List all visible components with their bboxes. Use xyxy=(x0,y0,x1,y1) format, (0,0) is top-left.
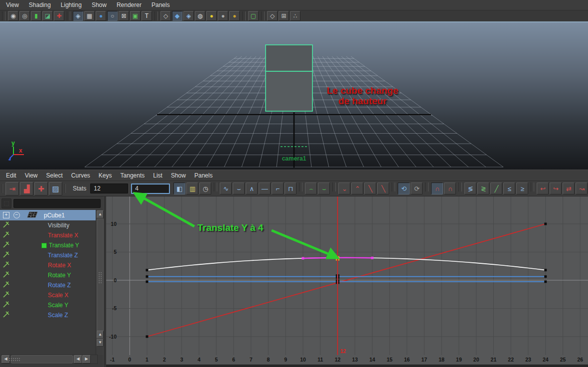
buffer-curve-icon[interactable]: ↝ xyxy=(576,183,588,194)
absolute-view-icon[interactable]: ◧ xyxy=(173,183,185,194)
marquee-select-icon[interactable]: ▢ xyxy=(248,11,259,21)
spline-tangent-icon[interactable]: ∿ xyxy=(220,183,232,194)
channel-row-translate-x[interactable]: Translate X xyxy=(0,230,103,240)
share-nodes-icon[interactable]: ∴ xyxy=(290,11,300,21)
scroll-up-icon[interactable]: ▲ xyxy=(97,210,104,218)
unify-tangents-icon[interactable]: ⌃ xyxy=(351,183,363,194)
snap-magnet-icon[interactable]: ∩ xyxy=(431,183,443,194)
cube-shaded-icon[interactable]: ◆ xyxy=(172,11,182,21)
gold-ball-icon[interactable]: ● xyxy=(229,11,240,21)
channel-row-translate-z[interactable]: Translate Z xyxy=(0,250,103,260)
menu-item-view[interactable]: View xyxy=(5,1,20,8)
pre-infinity-cycle-icon[interactable]: ≶ xyxy=(464,183,476,194)
scroll-thumb[interactable] xyxy=(97,218,104,337)
lattice-deform-keys-icon[interactable]: ▨ xyxy=(49,182,62,195)
menu-item-list[interactable]: List xyxy=(152,172,163,179)
image-plane-icon[interactable]: ◪ xyxy=(42,11,53,21)
channel-horizontal-scrollbar[interactable]: ◀ ◀ ▶ xyxy=(1,355,98,364)
free-tangent-weight-icon[interactable]: ╲ xyxy=(364,183,376,194)
constant-infinity-icon[interactable]: ≤ xyxy=(503,183,515,194)
step-tangent-icon[interactable]: ⌐ xyxy=(272,183,284,194)
cube-wire-icon[interactable]: ◇ xyxy=(160,11,171,21)
menu-item-show[interactable]: Show xyxy=(91,1,108,8)
flat-shade-icon[interactable]: ○ xyxy=(107,11,118,21)
menu-item-edit[interactable]: Edit xyxy=(5,172,17,179)
pan-zoom-icon[interactable]: ✚ xyxy=(54,11,64,21)
pre-infinity-offset-icon[interactable]: ≷ xyxy=(477,183,489,194)
cube-outline-icon[interactable]: ◇ xyxy=(267,11,278,21)
select-camera-icon[interactable]: ◉ xyxy=(8,11,18,21)
channel-search-input[interactable] xyxy=(13,199,101,208)
snap-ruler-icon[interactable]: ∩ xyxy=(444,183,456,194)
menu-item-shading[interactable]: Shading xyxy=(28,1,52,8)
menu-item-lighting[interactable]: Lighting xyxy=(60,1,83,8)
cube-xray-icon[interactable]: ◈ xyxy=(183,11,194,21)
clamped-tangent-icon[interactable]: ⌣ xyxy=(233,183,245,194)
channel-row-scale-x[interactable]: Scale X xyxy=(0,290,103,300)
ease-in-icon[interactable]: ⌢ xyxy=(305,183,317,194)
stats-frame-input[interactable] xyxy=(90,184,128,193)
use-lights-icon[interactable]: ▣ xyxy=(130,11,141,21)
scroll-down-icon[interactable]: ▼ xyxy=(97,339,104,347)
exchange-buffer-icon[interactable]: ⇄ xyxy=(563,183,575,194)
channel-row-translate-y[interactable]: Translate Y xyxy=(0,240,103,250)
channel-row-scale-y[interactable]: Scale Y xyxy=(0,300,103,310)
collapse-all-icon[interactable]: − xyxy=(13,212,20,218)
graph-curve-area[interactable]: 121050-5-10-1012345678910111213141516171… xyxy=(106,196,588,367)
oscillate-icon[interactable]: ⟳ xyxy=(411,183,423,194)
menu-item-renderer[interactable]: Renderer xyxy=(116,1,143,8)
perspective-viewport[interactable]: yx Le cube change de hauteur camera1 xyxy=(0,22,588,170)
menu-item-panels[interactable]: Panels xyxy=(193,172,214,179)
scroll-left2-icon[interactable]: ◀ xyxy=(74,355,82,364)
buffer-snapshot-icon[interactable]: ↩ xyxy=(537,183,549,194)
lock-tangent-weight-icon[interactable]: ╲ xyxy=(377,183,389,194)
multi-pane-icon[interactable]: ⊞ xyxy=(279,11,289,21)
plateau-tangent-icon[interactable]: ⊓ xyxy=(285,183,296,194)
channel-vertical-scrollbar[interactable]: ▲ ▲ ▼ xyxy=(96,210,103,355)
stats-value-input[interactable] xyxy=(131,184,170,194)
film-gate-icon[interactable]: ▦ xyxy=(84,11,95,21)
scroll-up2-icon[interactable]: ▲ xyxy=(97,331,104,339)
yellow-ball-icon[interactable]: ● xyxy=(206,11,217,21)
channel-row-visibility[interactable]: Visibility xyxy=(0,220,103,230)
hscroll-thumb[interactable] xyxy=(11,355,73,364)
expand-all-icon[interactable]: + xyxy=(3,212,9,218)
scroll-right-icon[interactable]: ▶ xyxy=(82,355,91,364)
menu-item-curves[interactable]: Curves xyxy=(70,172,91,179)
channel-row-scale-z[interactable]: Scale Z xyxy=(0,310,103,320)
linear-infinity-icon[interactable]: ╱ xyxy=(490,183,502,194)
bookmark-icon[interactable]: ▮ xyxy=(31,11,41,21)
key-stats-icon[interactable]: ▟ xyxy=(20,182,33,195)
insert-key-icon[interactable]: ✚ xyxy=(34,182,48,195)
linear-tangent-icon[interactable]: ∧ xyxy=(246,183,258,194)
cycle-icon[interactable]: ⟲ xyxy=(398,183,410,194)
menu-item-tangents[interactable]: Tangents xyxy=(120,172,146,179)
ease-out-icon[interactable]: ⌣ xyxy=(318,183,330,194)
textured-mode-icon[interactable]: ⊠ xyxy=(119,11,129,21)
camera-attributes-icon[interactable]: ◎ xyxy=(19,11,30,21)
menu-item-view[interactable]: View xyxy=(24,172,39,179)
pin-icon xyxy=(2,291,10,300)
checker-ball-icon[interactable]: ◍ xyxy=(195,11,205,21)
smooth-shade-icon[interactable]: ● xyxy=(96,11,106,21)
channel-row-rotate-y[interactable]: Rotate Y xyxy=(0,270,103,280)
channel-row-rotate-x[interactable]: Rotate X xyxy=(0,260,103,270)
load-graph-icon[interactable]: ⇥ xyxy=(5,182,19,195)
menu-item-panels[interactable]: Panels xyxy=(150,1,171,8)
wireframe-mode-icon[interactable]: ◈ xyxy=(73,11,83,21)
outliner-filter-icon[interactable]: ⬚ xyxy=(1,198,11,208)
time-snap-clock-icon[interactable]: ◷ xyxy=(199,183,211,194)
post-infinity-cycle-icon[interactable]: ≥ xyxy=(516,183,528,194)
menu-item-keys[interactable]: Keys xyxy=(98,172,113,179)
outliner-node-row[interactable]: + − pCube1 xyxy=(0,210,103,220)
channel-row-rotate-z[interactable]: Rotate Z xyxy=(0,280,103,290)
gray-ball-icon[interactable]: ● xyxy=(218,11,228,21)
break-tangents-icon[interactable]: ⌄ xyxy=(338,183,350,194)
menu-item-show[interactable]: Show xyxy=(170,172,187,179)
texture-editor-icon[interactable]: T xyxy=(142,11,152,21)
stacked-view-icon[interactable]: ▥ xyxy=(186,183,198,194)
menu-item-select[interactable]: Select xyxy=(45,172,63,179)
graph-plot[interactable]: 121050-5-10-1012345678910111213141516171… xyxy=(106,196,588,367)
swap-buffer-icon[interactable]: ↪ xyxy=(550,183,562,194)
flat-tangent-icon[interactable]: — xyxy=(259,183,271,194)
